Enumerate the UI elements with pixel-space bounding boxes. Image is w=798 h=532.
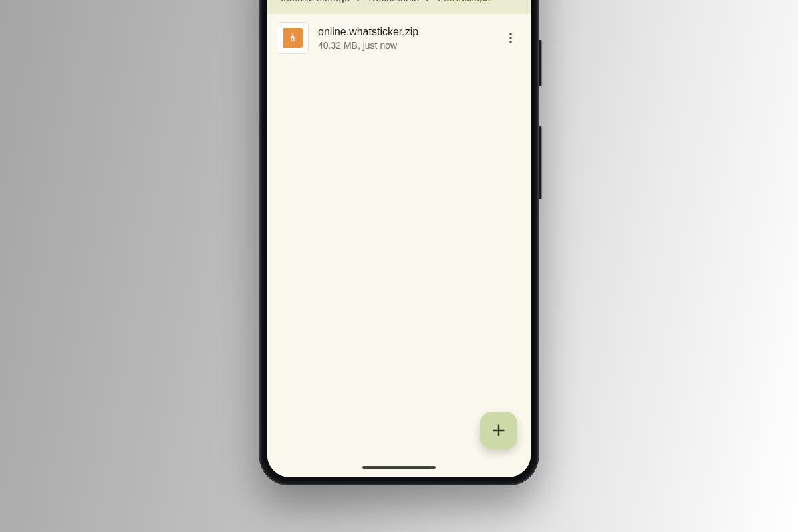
chevron-right-icon [423,0,434,3]
file-list: online.whatsticker.zip 40.32 MB, just no… [267,14,531,474]
file-thumbnail [277,22,309,54]
add-fab[interactable] [480,412,517,449]
svg-point-13 [509,33,511,35]
phone-side-button [539,40,541,86]
file-more-button[interactable] [496,23,525,53]
breadcrumb-item-current: FMBackups [438,0,490,3]
file-name: online.whatsticker.zip [318,25,487,39]
more-vert-icon [504,31,517,45]
phone-side-button [539,126,541,200]
file-text: online.whatsticker.zip 40.32 MB, just no… [318,25,487,51]
phone-screen: Internal storage Internal storage Docume… [267,0,531,477]
plus-icon [490,422,507,439]
breadcrumb-item-documents[interactable]: Documents [368,0,419,3]
svg-point-14 [509,37,511,39]
breadcrumb: Internal storage Documents FMBackups [271,0,527,14]
chevron-right-icon [354,0,364,3]
breadcrumb-item-root[interactable]: Internal storage [281,0,350,3]
gesture-nav-bar [362,466,436,469]
svg-point-15 [509,41,511,43]
app-bar: Internal storage Internal storage Docume… [267,0,531,14]
file-meta: 40.32 MB, just now [318,40,487,51]
phone-frame: Internal storage Internal storage Docume… [259,0,539,485]
zip-icon [283,28,303,48]
file-row[interactable]: online.whatsticker.zip 40.32 MB, just no… [267,14,531,62]
svg-rect-12 [291,37,294,41]
